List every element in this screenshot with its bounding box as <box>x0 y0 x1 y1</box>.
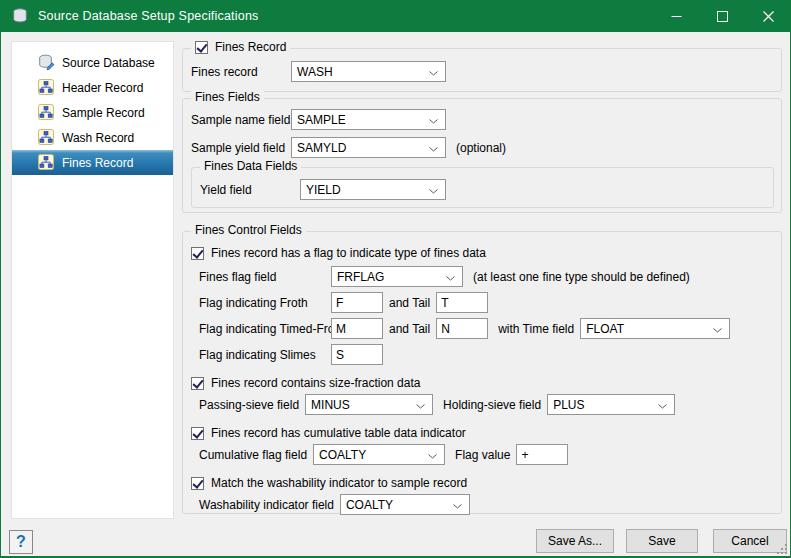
sidebar-item-fines-record[interactable]: Fines Record <box>12 150 173 175</box>
washability-indicator-select-value: COALTY <box>346 498 393 512</box>
sidebar-item-label: Header Record <box>62 81 143 95</box>
sample-yield-select[interactable]: SAMYLD <box>291 137 446 158</box>
sidebar-item-wash-record[interactable]: Wash Record <box>12 125 173 150</box>
close-button[interactable] <box>745 0 791 32</box>
sample-yield-field-label: Sample yield field <box>191 141 291 155</box>
yield-field-label: Yield field <box>200 183 300 197</box>
sample-yield-optional-note: (optional) <box>456 141 506 155</box>
timed-froth-flag-input[interactable] <box>331 318 383 339</box>
fines-flag-note: (at least one fine type should be define… <box>473 270 690 284</box>
froth-and-tail-label: and Tail <box>389 296 430 310</box>
navigation-sidebar: Source Database Header Record Sample Rec… <box>11 41 174 519</box>
dialog-window: Source Database Setup Specifications <box>0 0 791 558</box>
record-icon <box>38 154 55 171</box>
fines-data-fields-group: Fines Data Fields Yield field YIELD <box>191 167 774 208</box>
time-field-select[interactable]: FLOAT <box>580 318 730 339</box>
flag-value-input[interactable] <box>516 444 568 465</box>
washability-match-checkbox[interactable] <box>191 477 204 490</box>
fines-record-select-value: WASH <box>297 65 333 79</box>
chevron-down-icon <box>429 65 438 79</box>
fines-flag-checkbox-label: Fines record has a flag to indicate type… <box>211 246 486 260</box>
fines-control-fields-group: Fines Control Fields Fines record has a … <box>182 231 782 514</box>
slimes-flag-label: Flag indicating Slimes <box>199 348 331 362</box>
chevron-down-icon <box>453 498 462 512</box>
sample-name-field-label: Sample name field <box>191 113 291 127</box>
passing-sieve-select[interactable]: MINUS <box>305 394 433 415</box>
sidebar-item-label: Sample Record <box>62 106 145 120</box>
chevron-down-icon <box>429 113 438 127</box>
record-icon <box>38 129 55 146</box>
washability-indicator-field-label: Washability indicator field <box>199 498 334 512</box>
timed-tail-input[interactable] <box>436 318 488 339</box>
fines-flag-select-value: FRFLAG <box>337 270 384 284</box>
passing-sieve-select-value: MINUS <box>311 398 350 412</box>
fines-record-field-label: Fines record <box>191 65 291 79</box>
time-field-select-value: FLOAT <box>586 322 624 336</box>
flag-value-label: Flag value <box>455 448 510 462</box>
froth-flag-input[interactable] <box>331 292 383 313</box>
yield-field-select-value: YIELD <box>306 183 341 197</box>
chevron-down-icon <box>429 141 438 155</box>
fines-data-fields-group-legend: Fines Data Fields <box>200 159 301 173</box>
sidebar-item-label: Source Database <box>62 56 155 70</box>
minimize-button[interactable] <box>653 0 699 32</box>
chevron-down-icon <box>658 398 667 412</box>
fines-flag-select[interactable]: FRFLAG <box>331 266 463 287</box>
fines-record-group: Fines Record Fines record WASH <box>182 48 782 92</box>
record-icon <box>38 104 55 121</box>
fines-record-group-legend: Fines Record <box>191 40 290 54</box>
save-as-button[interactable]: Save As... <box>536 529 614 553</box>
fines-fields-group-legend: Fines Fields <box>191 90 264 104</box>
fines-flag-checkbox[interactable] <box>191 247 204 260</box>
size-fraction-checkbox-label: Fines record contains size-fraction data <box>211 376 420 390</box>
cumulative-table-checkbox[interactable] <box>191 427 204 440</box>
maximize-button[interactable] <box>699 0 745 32</box>
froth-tail-input[interactable] <box>436 292 488 313</box>
fines-record-checkbox-label: Fines Record <box>215 40 286 54</box>
cumulative-flag-field-label: Cumulative flag field <box>199 448 307 462</box>
save-button[interactable]: Save <box>626 529 698 553</box>
froth-flag-label: Flag indicating Froth <box>199 296 331 310</box>
size-fraction-checkbox[interactable] <box>191 377 204 390</box>
holding-sieve-select-value: PLUS <box>553 398 584 412</box>
record-icon <box>38 79 55 96</box>
fines-flag-field-label: Fines flag field <box>199 270 331 284</box>
title-bar: Source Database Setup Specifications <box>0 0 791 32</box>
passing-sieve-field-label: Passing-sieve field <box>199 398 299 412</box>
chevron-down-icon <box>429 183 438 197</box>
sidebar-item-label: Fines Record <box>62 156 133 170</box>
sidebar-item-source-database[interactable]: Source Database <box>12 50 173 75</box>
chevron-down-icon <box>713 322 722 336</box>
database-edit-icon <box>38 54 55 71</box>
fines-record-checkbox[interactable] <box>195 41 208 54</box>
fines-control-fields-group-legend: Fines Control Fields <box>191 223 306 237</box>
window-title: Source Database Setup Specifications <box>38 9 259 23</box>
fines-fields-group: Fines Fields Sample name field SAMPLE Sa… <box>182 98 782 213</box>
with-time-field-label: with Time field <box>498 322 574 336</box>
fines-record-select[interactable]: WASH <box>291 61 446 82</box>
yield-field-select[interactable]: YIELD <box>300 179 446 200</box>
resize-grip[interactable] <box>776 543 788 555</box>
timed-and-tail-label: and Tail <box>389 322 430 336</box>
washability-match-checkbox-label: Match the washability indicator to sampl… <box>211 476 467 490</box>
help-button[interactable]: ? <box>9 530 33 554</box>
database-icon <box>12 8 28 24</box>
cumulative-flag-select[interactable]: COALTY <box>313 444 445 465</box>
washability-indicator-select[interactable]: COALTY <box>340 494 470 515</box>
sidebar-item-header-record[interactable]: Header Record <box>12 75 173 100</box>
slimes-flag-input[interactable] <box>331 344 383 365</box>
sidebar-item-sample-record[interactable]: Sample Record <box>12 100 173 125</box>
holding-sieve-field-label: Holding-sieve field <box>443 398 541 412</box>
chevron-down-icon <box>446 270 455 284</box>
sidebar-item-label: Wash Record <box>62 131 134 145</box>
cumulative-flag-select-value: COALTY <box>319 448 366 462</box>
chevron-down-icon <box>428 448 437 462</box>
sample-yield-select-value: SAMYLD <box>297 141 346 155</box>
sample-name-select-value: SAMPLE <box>297 113 346 127</box>
cumulative-table-checkbox-label: Fines record has cumulative table data i… <box>211 426 466 440</box>
sample-name-select[interactable]: SAMPLE <box>291 109 446 130</box>
chevron-down-icon <box>416 398 425 412</box>
holding-sieve-select[interactable]: PLUS <box>547 394 675 415</box>
timed-froth-flag-label: Flag indicating Timed-Froth <box>199 322 331 336</box>
